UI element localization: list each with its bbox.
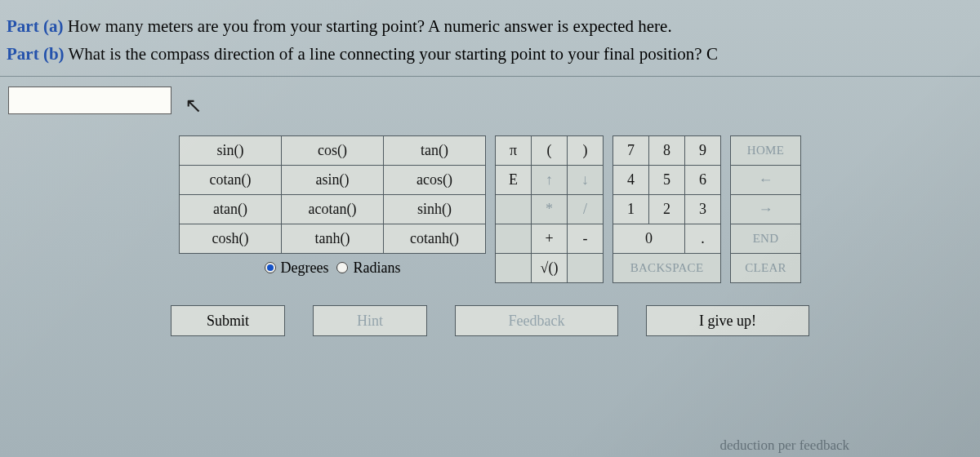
key-5[interactable]: 5 [648, 165, 685, 195]
key-blank1[interactable] [495, 194, 532, 224]
key-dot[interactable]: . [684, 224, 721, 254]
key-blank2[interactable] [495, 224, 532, 254]
key-plus[interactable]: + [531, 224, 568, 254]
key-minus[interactable]: - [567, 224, 604, 254]
giveup-button[interactable]: I give up! [646, 305, 809, 336]
key-backspace[interactable]: BACKSPACE [612, 253, 721, 283]
key-8[interactable]: 8 [648, 135, 685, 166]
question-area: Part (a) How many meters are you from yo… [0, 0, 980, 77]
fn-cos[interactable]: cos() [281, 135, 384, 166]
keypad: sin() cos() tan() π ( ) 7 8 9 HOME cotan… [0, 135, 980, 282]
part-a-label: Part (a) [7, 16, 63, 36]
radio-radians-label: Radians [353, 260, 400, 277]
part-b-label: Part (b) [7, 44, 65, 64]
fn-cotan[interactable]: cotan() [179, 165, 282, 195]
key-9[interactable]: 9 [684, 135, 721, 166]
key-2[interactable]: 2 [648, 194, 685, 224]
radio-degrees[interactable]: Degrees [265, 260, 329, 277]
fn-acotan[interactable]: acotan() [281, 194, 384, 224]
answer-row: ↖ [0, 77, 980, 119]
key-1[interactable]: 1 [612, 194, 649, 224]
answer-input[interactable] [8, 87, 172, 114]
submit-button[interactable]: Submit [171, 305, 285, 336]
key-rparen[interactable]: ) [567, 135, 604, 166]
key-pi[interactable]: π [495, 135, 532, 166]
key-0[interactable]: 0 [612, 224, 685, 254]
part-a-text: How many meters are you from your starti… [68, 16, 672, 36]
question-part-a: Part (a) How many meters are you from yo… [7, 13, 973, 41]
radio-radians[interactable]: Radians [336, 260, 400, 277]
radio-degrees-dot [265, 262, 276, 273]
question-part-b: Part (b) What is the compass direction o… [7, 41, 973, 69]
key-home[interactable]: HOME [730, 135, 801, 166]
fn-cotanh[interactable]: cotanh() [383, 224, 486, 254]
fn-tan[interactable]: tan() [383, 135, 486, 166]
key-blank4[interactable] [567, 253, 604, 283]
key-3[interactable]: 3 [684, 194, 721, 224]
hint-button[interactable]: Hint [313, 305, 427, 336]
key-sqrt[interactable]: √() [531, 253, 568, 283]
key-lparen[interactable]: ( [531, 135, 568, 166]
angle-mode-row: Degrees Radians [180, 253, 486, 282]
key-up[interactable]: ↑ [531, 165, 568, 195]
fn-sin[interactable]: sin() [179, 135, 282, 166]
key-left[interactable]: ← [730, 165, 801, 195]
key-4[interactable]: 4 [612, 165, 649, 195]
key-right[interactable]: → [730, 194, 801, 224]
radio-degrees-label: Degrees [281, 260, 329, 277]
key-7[interactable]: 7 [612, 135, 649, 166]
feedback-button[interactable]: Feedback [455, 305, 618, 336]
fn-cosh[interactable]: cosh() [179, 224, 282, 254]
part-b-text: What is the compass direction of a line … [68, 44, 718, 64]
footer-text: deduction per feedback [719, 437, 849, 454]
fn-acos[interactable]: acos() [383, 165, 486, 195]
actions-row: Submit Hint Feedback I give up! [0, 305, 980, 336]
key-mult[interactable]: * [531, 194, 568, 224]
key-blank3[interactable] [495, 253, 532, 283]
key-down[interactable]: ↓ [567, 165, 604, 195]
fn-asin[interactable]: asin() [281, 165, 384, 195]
key-end[interactable]: END [730, 224, 801, 254]
key-clear[interactable]: CLEAR [730, 253, 801, 283]
key-div[interactable]: / [567, 194, 604, 224]
fn-sinh[interactable]: sinh() [383, 194, 486, 224]
key-e[interactable]: E [495, 165, 532, 195]
key-6[interactable]: 6 [684, 165, 721, 195]
fn-tanh[interactable]: tanh() [281, 224, 384, 254]
fn-atan[interactable]: atan() [179, 194, 282, 224]
cursor-icon: ↖ [185, 93, 203, 118]
radio-radians-dot [336, 262, 348, 273]
